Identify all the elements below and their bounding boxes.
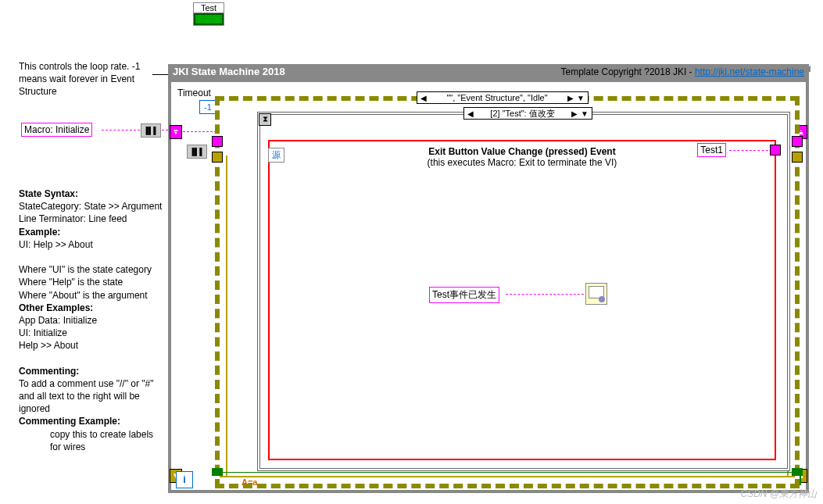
case-next-arrow[interactable]: ▶ <box>566 94 575 102</box>
watermark: CSDN @東方神山 <box>740 488 817 501</box>
case-selector[interactable]: ◀ "", "Event Structure", "Idle" ▶ ▼ <box>417 91 589 104</box>
stop-wire <box>220 472 795 473</box>
string-comparison-icon: A=a <box>242 477 258 487</box>
commenting-1: To add a comment use "//" or "#" and all… <box>19 377 163 416</box>
test-label: Test <box>194 3 224 13</box>
test-msg-wire <box>506 294 584 295</box>
case-tunnel-left-magenta <box>212 136 223 147</box>
help-block: State Syntax: StateCategory: State >> Ar… <box>19 188 163 453</box>
comment-ex-hdr: Commenting Example: <box>19 415 163 427</box>
case-tunnel-right-magenta <box>792 136 803 147</box>
shift-reg-left-1[interactable]: ▼ <box>170 125 182 139</box>
example-hdr: Example: <box>19 226 163 238</box>
one-button-dialog-icon[interactable] <box>585 283 607 305</box>
while-loop: Timeout -1 ⧗ ▼ ▼ ▲ ▲ ▐▌▌ ▐▌▌ i executes … <box>168 79 809 493</box>
case-dropdown-arrow[interactable]: ▼ <box>575 94 586 102</box>
case-tunnel-right-yellow <box>792 152 803 163</box>
case-structure[interactable]: ◀ "", "Event Structure", "Idle" ▶ ▼ A=a <box>215 96 800 488</box>
case-selector-text: "", "Event Structure", "Idle" <box>428 93 566 102</box>
event-selector[interactable]: ◀ [2] "Test": 值改变 ▶ ▼ <box>463 107 592 120</box>
case-prev-arrow[interactable]: ◀ <box>419 94 428 102</box>
test-event-msg-constant[interactable]: Test事件已发生 <box>429 287 499 303</box>
copyright-text: Template Copyright ?2018 JKI - http://jk… <box>561 66 805 77</box>
state-syntax-hdr: State Syntax: <box>19 188 163 200</box>
macro-initialize-constant[interactable]: Macro: Initialize <box>21 123 92 137</box>
event-subtitle: (this executes Macro: Exit to terminate … <box>270 157 775 168</box>
where-ui: Where "UI" is the state category <box>19 263 163 276</box>
timeout-value[interactable]: -1 <box>199 100 216 114</box>
bundle-icon[interactable]: ▐▌▌ <box>187 145 207 159</box>
state-syntax-1: StateCategory: State >> Argument <box>19 200 163 213</box>
other-3: Help >> About <box>19 339 163 352</box>
event-tunnel-right <box>770 145 781 155</box>
iteration-terminal: i <box>176 471 193 488</box>
state-syntax-2: Line Terminator: Line feed <box>19 213 163 225</box>
main-frame: JKI State Machine 2018 Template Copyrigh… <box>168 64 809 493</box>
case-tunnel-left-yellow <box>212 152 223 163</box>
event-structure[interactable]: ◀ [2] "Test": 值改变 ▶ ▼ ⧗ 源 Exit Button Va… <box>257 112 790 471</box>
error-wire-v-left <box>226 155 227 476</box>
event-prev-arrow[interactable]: ◀ <box>466 109 475 118</box>
title-text: JKI State Machine 2018 <box>173 66 285 77</box>
event-next-arrow[interactable]: ▶ <box>570 109 579 118</box>
where-help: Where "Help" is the state <box>19 276 163 288</box>
test1-constant[interactable]: Test1 <box>697 143 726 157</box>
event-selector-text: [2] "Test": 值改变 <box>475 108 570 120</box>
event-case-frame: 源 Exit Button Value Change (pressed) Eve… <box>268 140 776 460</box>
copyright-prefix: Template Copyright ?2018 JKI - <box>561 66 695 77</box>
other-2: UI: Initialize <box>19 327 163 339</box>
other-1: App Data: Initialize <box>19 314 163 327</box>
timeout-label: Timeout <box>177 88 211 98</box>
event-timeout-icon[interactable]: ⧗ <box>259 113 271 126</box>
other-hdr: Other Examples: <box>19 302 163 314</box>
jki-link[interactable]: http://jki.net/state-machine <box>695 66 804 77</box>
comment-ex-1: copy this to create labels for wires <box>50 428 163 453</box>
loop-rate-help: This controls the loop rate. -1 means wa… <box>19 60 159 98</box>
test1-wire <box>729 150 776 151</box>
event-dropdown-arrow[interactable]: ▼ <box>579 109 590 118</box>
where-about: Where "About" is the argument <box>19 289 163 302</box>
outer-bundle-icon[interactable]: ▐▌▌ <box>141 123 161 138</box>
resize-handle-icon[interactable] <box>804 66 810 72</box>
error-wire <box>220 476 795 477</box>
test-boolean-control[interactable]: Test <box>193 2 224 26</box>
example-1: UI: Help >> About <box>19 238 163 251</box>
test-led[interactable] <box>194 13 224 25</box>
commenting-hdr: Commenting: <box>19 365 163 377</box>
title-bar: JKI State Machine 2018 Template Copyrigh… <box>168 64 809 79</box>
